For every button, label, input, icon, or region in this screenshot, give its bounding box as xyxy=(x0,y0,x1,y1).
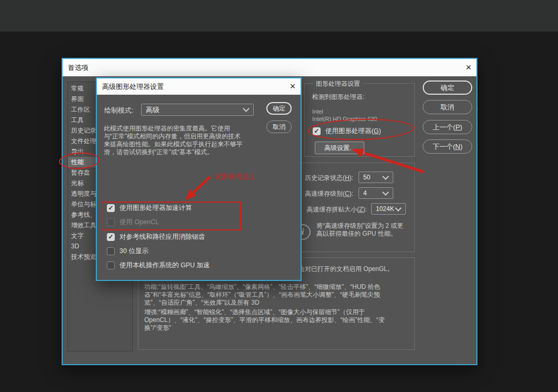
draw-mode-value: 高级 xyxy=(142,105,244,115)
enhancements-line3: 换”/“变形” xyxy=(144,324,171,332)
native-os-gpu-label: 使用本机操作系统的 GPU 加速 xyxy=(119,261,210,270)
mode-description-line4: 滑，请尝试切换到“正常”或“基本”模式。 xyxy=(104,148,213,156)
cache-tile-size-value: 1024K xyxy=(372,205,396,213)
advanced-gpu-dialog: 高级图形处理器设置 × 绘制模式: 高级 确定 取消 此模式使用图形处理器的密集… xyxy=(96,77,302,281)
chevron-down-icon xyxy=(243,105,250,112)
detected-gpu-label: 检测到图形处理器: xyxy=(312,93,364,101)
enhancements-line1: 增强:“模糊画廊”、“智能锐化”、“选择焦点区域”、“图像大小与保留细节”（仅用… xyxy=(144,308,365,316)
mode-description-line1: 此模式使用图形处理器的密集度最高。它使用 xyxy=(104,125,230,133)
chevron-down-icon xyxy=(395,205,402,212)
cache-info-line2: 高以获得最佳的 GPU 性能。 xyxy=(316,230,397,238)
annotation-note: 这两项勾选上 xyxy=(214,172,255,182)
advanced-settings-button[interactable]: 高级设置... xyxy=(315,142,364,154)
history-states-value: 50 xyxy=(359,174,383,181)
advanced-cancel-button[interactable]: 取消 xyxy=(266,120,292,133)
draw-mode-label: 绘制模式: xyxy=(104,106,134,115)
cache-levels-value: 4 xyxy=(359,189,383,197)
advanced-dialog-body: 绘制模式: 高级 确定 取消 此模式使用图形处理器的密集度最高。它使用 与“正常… xyxy=(97,95,301,280)
features-line3: 览”、“自适应广角”、“光效库”以及所有 3D xyxy=(144,299,260,307)
gpu-vendor: Intel xyxy=(312,108,323,115)
checkbox-unchecked-icon[interactable] xyxy=(107,247,115,255)
native-os-gpu-checkbox-row[interactable]: 使用本机操作系统的 GPU 加速 xyxy=(107,261,210,270)
cache-tile-size-dropdown[interactable]: 1024K xyxy=(371,203,406,215)
30bit-display-label: 30 位显示 xyxy=(119,247,148,256)
antialias-guides-label: 对参考线和路径应用消除锯齿 xyxy=(119,233,205,242)
chevron-down-icon xyxy=(382,173,389,180)
mode-description-line3: 来提高绘图性能。如果此模式似乎执行起来不够平 xyxy=(104,140,243,148)
gpu-settings-legend: 图形处理器设置 xyxy=(313,79,363,88)
draw-mode-dropdown[interactable]: 高级 xyxy=(141,104,254,116)
cancel-button[interactable]: 取消 xyxy=(423,100,472,114)
features-line1: 功能:“旋转视图”工具、“鸟瞰缩放”、“像素网格”、“轻击平移”、“细微缩放”、… xyxy=(144,283,381,291)
top-strip xyxy=(0,0,558,32)
history-states-dropdown[interactable]: 50 xyxy=(358,172,393,183)
chevron-down-icon xyxy=(382,189,389,196)
features-line2: 器”和“丰富光标”信息、“取样环”（“吸管工具”）、“画布画笔大小调整”、“硬毛… xyxy=(144,291,380,299)
advanced-ok-button[interactable]: 确定 xyxy=(266,102,292,115)
desktop: 首选项 × 常规 界面 工作区 工具 历史记录 文件处理 导出 性能 暂存盘 光… xyxy=(0,0,558,392)
checkbox-checked-icon[interactable]: ✓ xyxy=(107,233,115,241)
30bit-display-checkbox-row[interactable]: 30 位显示 xyxy=(107,247,148,256)
mode-description-line2: 与“正常”模式相同的内存量，但启用更高级的技术 xyxy=(104,133,241,140)
close-icon[interactable]: × xyxy=(285,78,301,95)
enhancements-line2: OpenCL）、“液化”、“操控变形”、平滑的平移和缩放、画布边界投影、“绘画”… xyxy=(144,316,385,324)
close-icon[interactable]: × xyxy=(461,59,476,76)
advanced-dialog-title: 高级图形处理器设置 xyxy=(97,82,164,92)
preferences-title: 首选项 xyxy=(63,63,88,73)
cache-info-line1: 将“高速缓存级别”设置为 2 或更 xyxy=(316,222,403,230)
prev-button[interactable]: 上一个(P) xyxy=(423,120,472,134)
checkbox-unchecked-icon[interactable] xyxy=(107,262,115,269)
ok-button[interactable]: 确定 xyxy=(423,81,472,95)
next-button[interactable]: 下一个(N) xyxy=(423,139,472,154)
annotation-rect-checkboxes xyxy=(101,202,241,230)
preferences-titlebar[interactable]: 首选项 × xyxy=(63,59,476,76)
cache-levels-dropdown[interactable]: 4 xyxy=(358,187,393,199)
advanced-dialog-titlebar[interactable]: 高级图形处理器设置 × xyxy=(97,78,301,95)
antialias-guides-checkbox-row[interactable]: ✓ 对参考线和路径应用消除锯齿 xyxy=(107,233,205,242)
opengl-enabled-line: 会对已打开的文档启用 OpenGL。 xyxy=(298,265,394,273)
